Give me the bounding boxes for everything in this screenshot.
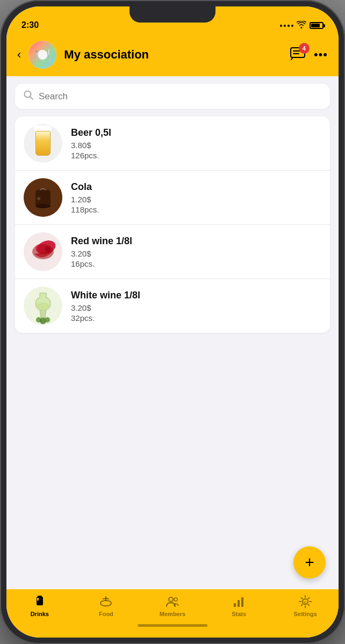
battery-icon <box>310 22 324 29</box>
item-price: 3.20$ <box>71 303 321 312</box>
phone-frame: 2:30 <box>0 0 345 644</box>
nav-item-settings[interactable]: € Settings <box>272 595 339 617</box>
item-price: 3.80$ <box>71 141 321 150</box>
svg-point-8 <box>35 204 51 208</box>
svg-point-13 <box>35 244 44 253</box>
search-input[interactable] <box>39 91 321 102</box>
nav-label-stats: Stats <box>232 611 246 617</box>
nav-label-settings: Settings <box>293 611 317 617</box>
svg-point-24 <box>100 601 111 606</box>
svg-point-26 <box>174 598 177 601</box>
settings-icon: € <box>298 595 312 609</box>
more-options-button[interactable]: ••• <box>314 49 328 61</box>
search-icon <box>24 90 33 103</box>
avatar <box>28 41 56 69</box>
svg-point-25 <box>169 597 173 602</box>
nav-label-food: Food <box>99 611 113 617</box>
bottom-nav: Drinks Food Members <box>6 589 339 638</box>
item-info-cola: Cola 1.20$ 118pcs. <box>71 181 321 214</box>
notch <box>130 6 215 23</box>
svg-text:€: € <box>304 600 307 605</box>
svg-point-9 <box>37 197 40 200</box>
item-pcs: 16pcs. <box>71 259 321 268</box>
page-title: My association <box>64 48 283 62</box>
item-name: Cola <box>71 181 321 193</box>
item-price: 3.20$ <box>71 249 321 258</box>
svg-rect-28 <box>238 600 240 607</box>
item-image-red-wine <box>24 232 62 271</box>
nav-label-drinks: Drinks <box>31 611 49 617</box>
nav-item-stats[interactable]: Stats <box>206 595 272 617</box>
item-name: Red wine 1/8l <box>71 236 321 247</box>
home-indicator <box>138 624 207 627</box>
list-item[interactable]: Beer 0,5l 3.80$ 126pcs. <box>15 116 330 171</box>
item-pcs: 32pcs. <box>71 313 321 323</box>
list-item[interactable]: Cola 1.20$ 118pcs. <box>15 171 330 225</box>
svg-rect-23 <box>37 598 39 601</box>
nav-item-members[interactable]: Members <box>139 595 206 617</box>
svg-point-17 <box>37 303 49 309</box>
svg-point-20 <box>45 317 50 323</box>
header-actions: 4 ••• <box>290 47 328 62</box>
items-list: Beer 0,5l 3.80$ 126pcs. <box>15 116 330 333</box>
list-item[interactable]: White wine 1/8l 3.20$ 32pcs. <box>15 279 330 333</box>
item-image-white-wine <box>24 287 62 325</box>
back-button[interactable]: ‹ <box>17 48 21 62</box>
header: ‹ My association 4 ••• <box>6 33 339 76</box>
item-image-beer <box>24 124 62 163</box>
signal-icon <box>280 25 293 27</box>
food-icon <box>99 595 113 609</box>
status-icons <box>280 21 324 30</box>
nav-item-drinks[interactable]: Drinks <box>6 595 73 617</box>
item-price: 1.20$ <box>71 195 321 204</box>
svg-rect-22 <box>38 596 42 598</box>
svg-rect-29 <box>241 597 243 607</box>
item-pcs: 126pcs. <box>71 151 321 160</box>
item-pcs: 118pcs. <box>71 205 321 214</box>
item-info-beer: Beer 0,5l 3.80$ 126pcs. <box>71 127 321 160</box>
notifications-button[interactable]: 4 <box>290 47 305 62</box>
item-info-white-wine: White wine 1/8l 3.20$ 32pcs. <box>71 290 321 323</box>
members-icon <box>166 595 179 609</box>
phone-screen: 2:30 <box>6 6 339 638</box>
item-name: White wine 1/8l <box>71 290 321 301</box>
nav-label-members: Members <box>160 611 185 617</box>
stats-icon <box>232 595 246 609</box>
svg-rect-27 <box>234 603 236 607</box>
item-name: Beer 0,5l <box>71 127 321 138</box>
wifi-icon <box>297 21 306 30</box>
status-time: 2:30 <box>21 20 39 30</box>
nav-item-food[interactable]: Food <box>73 595 140 617</box>
content-area: Beer 0,5l 3.80$ 126pcs. <box>6 76 339 589</box>
search-container <box>15 84 330 109</box>
item-info-red-wine: Red wine 1/8l 3.20$ 16pcs. <box>71 236 321 268</box>
add-button[interactable]: + <box>293 546 326 579</box>
item-image-cola <box>24 178 62 217</box>
notification-badge: 4 <box>299 43 310 54</box>
drinks-icon <box>33 595 47 609</box>
svg-line-4 <box>30 97 33 99</box>
list-item[interactable]: Red wine 1/8l 3.20$ 16pcs. <box>15 225 330 279</box>
fab-container: + <box>6 536 339 589</box>
svg-point-14 <box>45 247 51 252</box>
